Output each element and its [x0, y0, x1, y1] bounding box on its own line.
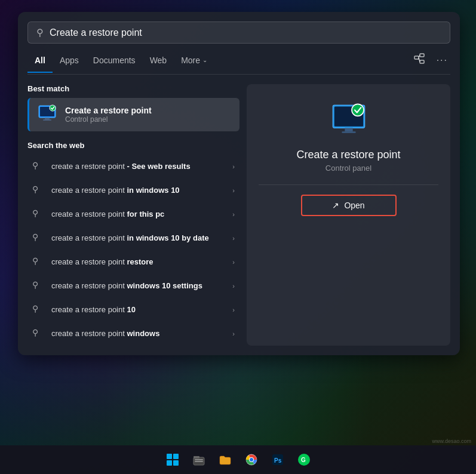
- web-search-icon: ⚲: [32, 161, 44, 173]
- web-result-text: create a restore point for this pc: [51, 210, 228, 220]
- list-item[interactable]: ⚲ create a restore point for this pc ›: [27, 202, 239, 226]
- svg-text:G: G: [301, 457, 306, 463]
- open-button[interactable]: ↗ Open: [301, 195, 397, 216]
- chevron-right-icon: ›: [232, 163, 235, 170]
- svg-rect-8: [43, 119, 51, 121]
- web-results-list: ⚲ create a restore point - See web resul…: [27, 155, 239, 346]
- more-options-btn[interactable]: ···: [434, 53, 450, 68]
- search-web-label: Search the web: [27, 141, 239, 150]
- web-result-text: create a restore point windows 10 settin…: [51, 281, 228, 291]
- svg-rect-1: [420, 54, 424, 57]
- svg-text:Ps: Ps: [274, 457, 282, 464]
- app-subtitle: Control panel: [325, 164, 371, 173]
- svg-rect-0: [414, 56, 419, 59]
- open-icon: ↗: [332, 201, 339, 210]
- list-item[interactable]: ⚲ create a restore point restore ›: [27, 250, 239, 274]
- chevron-right-icon: ›: [232, 187, 235, 194]
- share-icon-btn[interactable]: [411, 51, 427, 69]
- svg-line-3: [419, 56, 420, 58]
- web-search-icon: ⚲: [32, 232, 44, 244]
- web-result-text: create a restore point in windows 10: [51, 186, 228, 196]
- list-item[interactable]: ⚲ create a restore point in windows 10 ›: [27, 178, 239, 202]
- web-result-text: create a restore point restore: [51, 257, 228, 267]
- svg-rect-18: [195, 461, 203, 462]
- taskbar-mail[interactable]: G: [292, 448, 316, 472]
- best-match-app-icon: [36, 104, 58, 125]
- svg-line-4: [419, 58, 420, 62]
- web-search-icon: ⚲: [32, 208, 44, 220]
- tabs-row: All Apps Documents Web More ⌄ ···: [27, 51, 450, 75]
- svg-rect-7: [45, 118, 50, 119]
- web-result-text: create a restore point in windows 10 by …: [51, 233, 228, 244]
- tab-documents[interactable]: Documents: [86, 53, 143, 67]
- watermark: www.desao.com: [432, 438, 471, 444]
- search-icon: ⚲: [36, 27, 44, 38]
- right-panel: Create a restore point Control panel ↗ O…: [247, 84, 450, 346]
- list-item[interactable]: ⚲ create a restore point windows ›: [27, 322, 239, 346]
- tab-apps[interactable]: Apps: [53, 53, 86, 67]
- best-match-label: Best match: [27, 84, 239, 93]
- tab-more[interactable]: More ⌄: [174, 53, 214, 67]
- list-item[interactable]: ⚲ create a restore point 10 ›: [27, 298, 239, 322]
- windows-logo-icon: [167, 454, 179, 466]
- app-big-icon: [327, 99, 370, 141]
- svg-rect-17: [195, 459, 203, 460]
- best-match-subtitle: Control panel: [65, 115, 152, 124]
- svg-rect-13: [342, 131, 355, 133]
- taskbar-folder[interactable]: [213, 448, 237, 472]
- chevron-right-icon: ›: [232, 258, 235, 266]
- best-match-text: Create a restore point Control panel: [65, 106, 152, 124]
- web-search-icon: ⚲: [32, 304, 44, 316]
- taskbar-windows-button[interactable]: [161, 448, 185, 472]
- web-result-text: create a restore point windows: [51, 329, 228, 339]
- taskbar: Ps G: [0, 445, 476, 474]
- chevron-right-icon: ›: [232, 306, 235, 313]
- web-search-icon: ⚲: [32, 184, 44, 196]
- svg-rect-12: [345, 128, 352, 131]
- app-title: Create a restore point: [296, 149, 400, 161]
- svg-rect-16: [194, 456, 199, 458]
- web-search-icon: ⚲: [32, 256, 44, 268]
- svg-point-14: [352, 104, 364, 116]
- web-result-text: create a restore point 10: [51, 305, 228, 315]
- svg-point-21: [250, 458, 253, 461]
- taskbar-file-explorer[interactable]: [187, 448, 211, 472]
- svg-rect-2: [420, 60, 424, 63]
- web-result-text: create a restore point - See web results: [51, 162, 228, 172]
- search-bar[interactable]: ⚲: [27, 21, 450, 44]
- web-search-icon: ⚲: [32, 280, 44, 292]
- chevron-right-icon: ›: [232, 282, 235, 290]
- chevron-right-icon: ›: [232, 211, 235, 218]
- tab-web[interactable]: Web: [143, 53, 174, 67]
- main-content: Best match Create a rest: [27, 84, 450, 346]
- search-input[interactable]: [50, 27, 441, 38]
- divider: [259, 184, 438, 185]
- left-panel: Best match Create a rest: [27, 84, 239, 346]
- list-item[interactable]: ⚲ create a restore point windows 10 sett…: [27, 274, 239, 298]
- chevron-right-icon: ›: [232, 330, 235, 337]
- list-item[interactable]: ⚲ create a restore point in windows 10 b…: [27, 226, 239, 250]
- list-item[interactable]: ⚲ create a restore point - See web resul…: [27, 155, 239, 178]
- best-match-title: Create a restore point: [65, 106, 152, 115]
- taskbar-photoshop[interactable]: Ps: [266, 448, 290, 472]
- best-match-item[interactable]: Create a restore point Control panel: [27, 98, 239, 131]
- tab-all[interactable]: All: [27, 53, 53, 67]
- taskbar-chrome[interactable]: [239, 448, 263, 472]
- web-search-icon: ⚲: [32, 328, 44, 340]
- svg-point-9: [50, 105, 56, 111]
- chevron-right-icon: ›: [232, 235, 235, 242]
- open-label: Open: [344, 201, 364, 210]
- search-panel: ⚲ All Apps Documents Web More ⌄ ···: [18, 12, 460, 355]
